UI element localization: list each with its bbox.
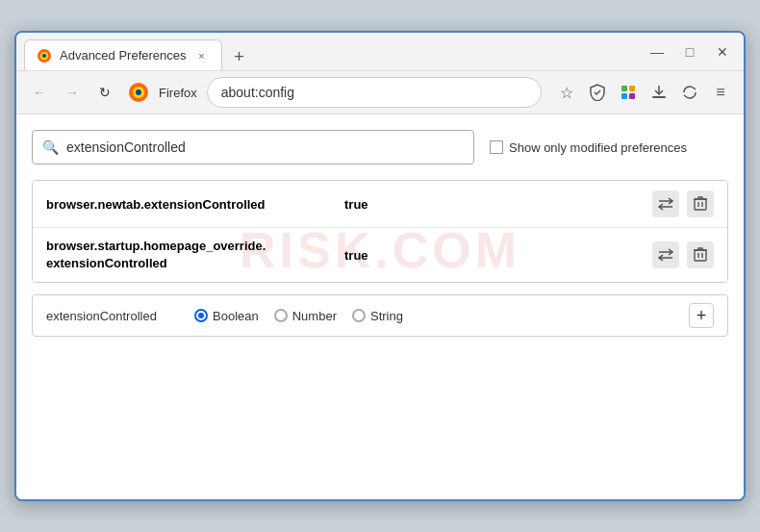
pref-value-2: true: [344, 248, 652, 263]
window-controls: — □ ✕: [644, 38, 736, 65]
show-modified-checkbox[interactable]: [490, 140, 503, 154]
delete-svg-2: [694, 247, 707, 263]
type-string[interactable]: String: [352, 309, 403, 323]
shield-icon[interactable]: [584, 79, 611, 106]
download-svg: [651, 85, 667, 100]
svg-rect-8: [621, 93, 627, 99]
bookmark-icon[interactable]: ☆: [553, 79, 580, 106]
svg-rect-6: [621, 86, 627, 91]
swap-svg-1: [658, 197, 673, 211]
svg-rect-9: [629, 93, 635, 99]
address-text: about:config: [221, 85, 294, 100]
content-area: 🔍 Show only modified preferences browser…: [16, 114, 744, 499]
tab-strip: Advanced Preferences × +: [24, 33, 644, 70]
toolbar-icons: ☆: [553, 79, 734, 106]
add-pref-button[interactable]: +: [689, 303, 714, 328]
svg-rect-7: [629, 86, 635, 91]
type-boolean[interactable]: Boolean: [194, 309, 259, 323]
search-input[interactable]: [66, 139, 464, 155]
extension-icon[interactable]: [615, 79, 642, 106]
tab-title: Advanced Preferences: [60, 48, 187, 63]
delete-icon-2[interactable]: [687, 241, 714, 268]
swap-icon-2[interactable]: [652, 241, 679, 268]
swap-svg-2: [658, 248, 673, 262]
firefox-tab-icon: [37, 48, 52, 63]
delete-svg-1: [694, 196, 707, 212]
type-radio-group: Boolean Number String: [194, 309, 403, 323]
pref-value-1: true: [344, 197, 652, 212]
close-button[interactable]: ✕: [709, 38, 736, 65]
svg-rect-12: [695, 250, 706, 261]
pref-name-2-line2: extensionControlled: [46, 255, 344, 272]
shield-svg: [590, 84, 605, 101]
new-tab-button[interactable]: +: [226, 43, 253, 70]
show-modified-label: Show only modified preferences: [509, 140, 687, 155]
svg-rect-10: [652, 96, 666, 98]
string-radio-circle: [352, 309, 366, 322]
show-modified-container: Show only modified preferences: [490, 140, 687, 155]
number-label: Number: [292, 309, 337, 323]
back-button[interactable]: ←: [26, 79, 53, 106]
new-pref-name: extensionControlled: [46, 309, 181, 323]
download-icon[interactable]: [646, 79, 672, 106]
pref-name-2-line1: browser.startup.homepage_override.: [46, 238, 344, 255]
menu-icon[interactable]: ≡: [707, 79, 734, 106]
sync-svg: [682, 85, 697, 100]
forward-button[interactable]: →: [59, 79, 86, 106]
row-actions-2: [652, 241, 714, 268]
number-radio-circle: [274, 309, 288, 322]
svg-point-2: [42, 54, 46, 58]
search-icon: 🔍: [42, 139, 59, 155]
firefox-logo-icon: [128, 82, 149, 103]
add-preference-row: extensionControlled Boolean Number Strin…: [32, 294, 728, 337]
active-tab[interactable]: Advanced Preferences ×: [24, 39, 222, 70]
boolean-radio-circle: [194, 309, 208, 322]
table-row: browser.startup.homepage_override. exten…: [33, 228, 727, 282]
sync-icon[interactable]: [676, 79, 703, 106]
table-row: browser.newtab.extensionControlled true: [33, 181, 727, 228]
reload-button[interactable]: ↻: [91, 79, 118, 106]
maximize-button[interactable]: □: [676, 38, 703, 65]
search-row: 🔍 Show only modified preferences: [32, 130, 728, 165]
delete-icon-1[interactable]: [687, 190, 714, 217]
content-wrapper: 🔍 Show only modified preferences browser…: [32, 130, 728, 337]
title-bar: Advanced Preferences × + — □ ✕: [16, 33, 744, 71]
svg-rect-11: [695, 199, 706, 210]
svg-point-5: [136, 89, 141, 95]
results-table: browser.newtab.extensionControlled true: [32, 180, 728, 283]
tab-close-button[interactable]: ×: [194, 48, 210, 63]
type-number[interactable]: Number: [274, 309, 337, 323]
nav-bar: ← → ↻ Firefox about:config ☆: [16, 71, 744, 114]
swap-icon-1[interactable]: [652, 190, 679, 217]
address-bar[interactable]: about:config: [207, 77, 542, 108]
browser-name: Firefox: [159, 86, 197, 100]
extension-svg: [620, 84, 637, 101]
pref-name-1: browser.newtab.extensionControlled: [46, 197, 344, 212]
row-actions-1: [652, 190, 714, 217]
minimize-button[interactable]: —: [644, 38, 671, 65]
pref-name-2: browser.startup.homepage_override. exten…: [46, 238, 344, 272]
preference-search-box[interactable]: 🔍: [32, 130, 474, 165]
string-label: String: [370, 309, 403, 323]
boolean-label: Boolean: [213, 309, 259, 323]
